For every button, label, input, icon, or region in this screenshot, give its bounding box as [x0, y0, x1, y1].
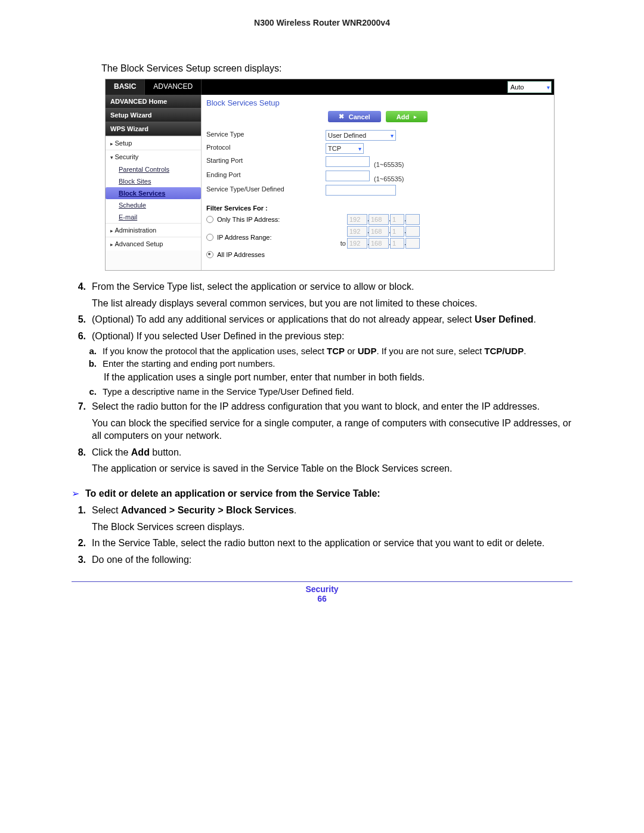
ip-oct[interactable]: 192 — [347, 214, 367, 225]
procedure-title: To edit or delete an application or serv… — [85, 488, 380, 499]
filter-heading: Filter Services For : — [206, 197, 549, 214]
sidebar-sub-parental[interactable]: Parental Controls — [106, 163, 201, 175]
ip-oct[interactable]: 192 — [347, 238, 367, 249]
radio-only-this-ip[interactable] — [206, 216, 213, 223]
ip-oct[interactable]: 168 — [369, 214, 389, 225]
cancel-button[interactable]: ✖ Cancel — [328, 111, 381, 122]
step-num: 1. — [72, 504, 86, 517]
sidebar: ADVANCED Home Setup Wizard WPS Wizard Se… — [106, 95, 202, 270]
step-text: You can block the specified service for … — [92, 417, 572, 442]
footer-rule — [72, 581, 572, 582]
sidebar-sub-block-services[interactable]: Block Services — [106, 187, 201, 199]
sidebar-item-security[interactable]: Security — [106, 150, 201, 163]
label-protocol: Protocol — [206, 143, 326, 154]
label-ending-port: Ending Port — [206, 170, 326, 183]
arrow-icon: ➢ — [72, 488, 79, 499]
protocol-select[interactable]: TCP ▾ — [326, 143, 364, 154]
step-text: Select the radio button for the IP addre… — [92, 400, 572, 413]
sidebar-sub-block-sites[interactable]: Block Sites — [106, 175, 201, 187]
ip-oct[interactable] — [405, 226, 420, 237]
substep-text: Type a descriptive name in the Service T… — [103, 386, 354, 397]
intro-text: The Block Services Setup screen displays… — [101, 63, 572, 74]
doc-header: N300 Wireless Router WNR2000v4 — [72, 18, 572, 27]
sidebar-item-advanced-home[interactable]: ADVANCED Home — [106, 95, 201, 109]
substep-letter: c. — [86, 386, 97, 397]
label-starting-port: Starting Port — [206, 156, 326, 169]
step-num: 4. — [72, 280, 86, 293]
chevron-down-icon: ▾ — [391, 132, 394, 139]
page-number: 66 — [72, 594, 572, 603]
substep-text: If you know the protocol that the applic… — [103, 346, 526, 356]
ip-oct[interactable]: 1 — [390, 226, 404, 237]
add-button[interactable]: Add ▸ — [386, 111, 428, 122]
service-type-select[interactable]: User Defined ▾ — [326, 130, 396, 141]
close-icon: ✖ — [339, 113, 344, 120]
substep-letter: a. — [86, 346, 97, 356]
step-text: Select Advanced > Security > Block Servi… — [92, 504, 572, 517]
top-select[interactable]: Auto ▾ — [507, 81, 552, 93]
radio-ip-range[interactable] — [206, 234, 213, 241]
label-only-this-ip: Only This IP Address: — [217, 216, 280, 223]
ip-oct[interactable] — [405, 214, 420, 225]
ip-only-this: 192. 168. 1. — [347, 214, 420, 225]
cancel-label: Cancel — [349, 113, 370, 120]
sidebar-sub-email[interactable]: E-mail — [106, 211, 201, 223]
step-text: In the Service Table, select the radio b… — [92, 537, 572, 550]
router-screenshot: BASIC ADVANCED Auto ▾ ADVANCED Home Setu… — [105, 79, 555, 271]
label-service-type: Service Type — [206, 129, 326, 141]
tab-advanced[interactable]: ADVANCED — [145, 79, 202, 95]
step-text: Do one of the following: — [92, 553, 572, 566]
footer-section: Security — [72, 584, 572, 594]
substep-text: If the application uses a single port nu… — [104, 371, 572, 384]
add-label: Add — [397, 113, 409, 120]
radio-all-ip[interactable] — [206, 251, 213, 258]
step-text: The Block Services screen displays. — [92, 521, 572, 534]
step-text: (Optional) To add any additional service… — [92, 313, 572, 326]
ip-range-from: 192. 168. 1. — [347, 226, 420, 237]
ip-oct[interactable]: 168 — [369, 238, 389, 249]
ip-oct[interactable] — [405, 238, 420, 249]
triangle-right-icon: ▸ — [414, 114, 417, 120]
chevron-down-icon: ▾ — [547, 84, 550, 91]
ip-oct[interactable]: 1 — [390, 238, 404, 249]
ip-range-to: 192. 168. 1. — [347, 238, 420, 249]
chevron-down-icon: ▾ — [358, 145, 361, 152]
panel-title: Block Services Setup — [206, 97, 549, 111]
sidebar-item-administration[interactable]: Administration — [106, 223, 201, 237]
step-num: 3. — [72, 553, 86, 566]
footer: Security 66 — [72, 584, 572, 603]
protocol-value: TCP — [328, 145, 341, 152]
ip-oct[interactable]: 192 — [347, 226, 367, 237]
substep-text: Enter the starting and ending port numbe… — [103, 358, 275, 368]
port-hint-1: (1~65535) — [374, 161, 404, 168]
ending-port-input[interactable] — [326, 171, 370, 181]
step-text: The application or service is saved in t… — [92, 462, 572, 475]
step-num: 8. — [72, 446, 86, 459]
step-num: 6. — [72, 330, 86, 343]
step-text: From the Service Type list, select the a… — [92, 280, 572, 293]
procedure-heading: ➢ To edit or delete an application or se… — [72, 488, 572, 499]
step-num: 7. — [72, 400, 86, 413]
label-user-defined: Service Type/User Defined — [206, 184, 326, 197]
step-text: (Optional) If you selected User Defined … — [92, 330, 572, 343]
sidebar-sub-schedule[interactable]: Schedule — [106, 199, 201, 211]
main-panel: Block Services Setup ✖ Cancel Add ▸ Serv… — [202, 95, 554, 270]
sidebar-item-wps-wizard[interactable]: WPS Wizard — [106, 122, 201, 136]
substep-letter: b. — [86, 358, 97, 368]
top-select-value: Auto — [510, 83, 524, 91]
label-all-ip: All IP Addresses — [217, 251, 265, 258]
step-num: 5. — [72, 313, 86, 326]
sidebar-item-setup[interactable]: Setup — [106, 136, 201, 150]
label-to: to — [326, 240, 346, 247]
starting-port-input[interactable] — [326, 156, 370, 167]
port-hint-2: (1~65535) — [374, 175, 404, 182]
tab-basic[interactable]: BASIC — [106, 79, 145, 95]
ip-oct[interactable]: 1 — [390, 214, 404, 225]
user-defined-input[interactable] — [326, 185, 396, 196]
service-type-value: User Defined — [328, 132, 366, 139]
label-ip-range: IP Address Range: — [217, 234, 272, 241]
sidebar-item-setup-wizard[interactable]: Setup Wizard — [106, 109, 201, 122]
ip-oct[interactable]: 168 — [369, 226, 389, 237]
sidebar-item-advanced-setup[interactable]: Advanced Setup — [106, 237, 201, 250]
step-num: 2. — [72, 537, 86, 550]
